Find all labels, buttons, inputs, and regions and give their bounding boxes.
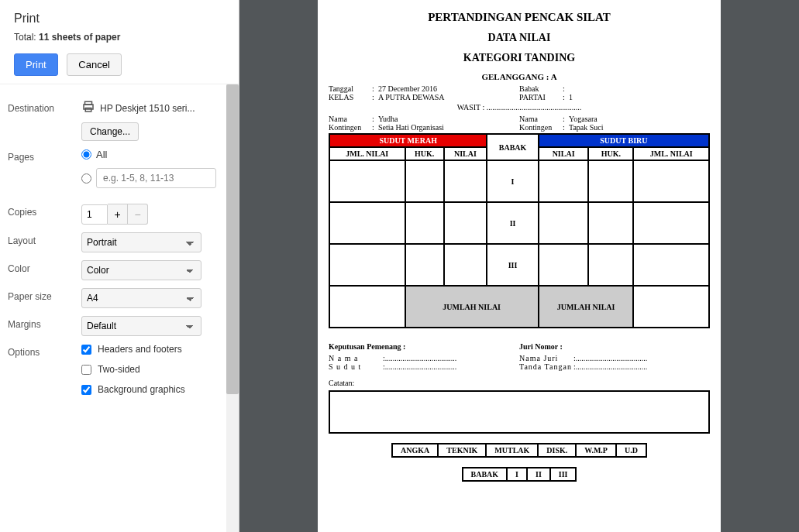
kp-title: Keputusan Pemenang : [329, 342, 519, 351]
res-teknik: TEKNIK [438, 444, 486, 457]
pages-range-input[interactable] [96, 168, 216, 188]
options-row: Options Headers and footers Two-sided Ba… [8, 344, 239, 404]
doc-title3: KATEGORI TANDING [329, 52, 710, 64]
pages-row: Pages All [8, 149, 239, 196]
printer-icon [81, 100, 95, 116]
kont1-v: Setia Hati Organisasi [378, 123, 444, 132]
jn-title: Juri Nomor : [519, 342, 710, 351]
twosided-checkbox[interactable] [81, 365, 91, 375]
round-2: II [329, 202, 709, 244]
col-nilai-l: NILAI [444, 147, 487, 160]
destination-label: Destination [8, 100, 81, 114]
round-1: I [329, 160, 709, 202]
jn-nama: Nama Juri [519, 354, 573, 362]
scrollbar-thumb[interactable] [226, 84, 239, 394]
pages-custom-row [81, 168, 222, 188]
pages-custom-radio[interactable] [81, 173, 91, 184]
layout-row: Layout Portrait [8, 232, 239, 252]
res-babak: BABAK [463, 468, 508, 481]
tanggal-k: Tanggal [329, 84, 372, 93]
nama2-k: Nama [519, 115, 563, 123]
tanggal-v: 27 December 2016 [378, 84, 437, 93]
kp-nama: N a m a [329, 354, 383, 362]
col-huk-l: HUK. [405, 147, 444, 160]
partai-v: 1 [569, 93, 573, 101]
button-row: Print Cancel [14, 53, 225, 76]
hdr-blue: SUDUT BIRU [539, 134, 709, 147]
partai-k: PARTAI [519, 93, 563, 101]
res-disk: DISK. [538, 444, 576, 457]
print-total: Total: 11 sheets of paper [14, 32, 225, 43]
paper-row: Paper size A4 [8, 288, 239, 308]
destination-box: HP Deskjet 1510 seri... [81, 100, 222, 116]
hdr-babak: BABAK [487, 134, 538, 160]
kont2-k: Kontingen [519, 123, 563, 132]
layout-label: Layout [8, 232, 81, 246]
print-title: Print [14, 12, 225, 26]
print-button[interactable]: Print [14, 53, 58, 76]
copies-minus[interactable]: − [128, 204, 148, 225]
layout-select[interactable]: Portrait [81, 232, 201, 252]
nama1-v: Yudha [378, 115, 398, 123]
total-value: 11 sheets of paper [39, 32, 120, 43]
footer-block: Keputusan Pemenang : N a m a:...........… [329, 342, 710, 371]
col-nilai-r: NILAI [539, 147, 589, 160]
res-angka: ANGKA [392, 444, 438, 457]
res-wmp: W.M.P [576, 444, 616, 457]
nama1-k: Nama [329, 115, 372, 123]
print-header: Print Total: 11 sheets of paper Print Ca… [0, 0, 239, 84]
copies-plus[interactable]: + [108, 204, 128, 225]
total-prefix: Total: [14, 32, 39, 43]
jn-tt: Tanda Tangan [519, 362, 573, 371]
pages-all-row: All [81, 149, 222, 160]
pages-label: Pages [8, 149, 81, 163]
options-label: Options [8, 344, 81, 358]
kelas-v: A PUTRA DEWASA [378, 93, 445, 101]
change-destination-button[interactable]: Change... [81, 122, 139, 141]
paper-select[interactable]: A4 [81, 288, 201, 308]
catatan-box [329, 390, 710, 434]
res-ii: II [527, 468, 550, 481]
col-huk-r: HUK. [588, 147, 633, 160]
print-panel: Print Total: 11 sheets of paper Print Ca… [0, 0, 239, 532]
catatan-label: Catatan: [329, 379, 710, 387]
result-table-2: BABAK I II III [462, 467, 577, 482]
res-iii: III [550, 468, 577, 481]
doc-gelanggang: GELANGGANG : A [329, 72, 710, 81]
pages-all-label: All [96, 149, 107, 160]
preview-area[interactable]: PERTANDINGAN PENCAK SILAT DATA NILAI KAT… [239, 0, 799, 532]
res-i: I [507, 468, 527, 481]
copies-input[interactable] [81, 204, 108, 225]
res-ud: U.D [616, 444, 646, 457]
margins-label: Margins [8, 316, 81, 330]
bg-checkbox[interactable] [81, 385, 91, 395]
destination-name: HP Deskjet 1510 seri... [100, 103, 195, 114]
twosided-label: Two-sided [98, 364, 140, 375]
margins-select[interactable]: Default [81, 316, 201, 336]
result-table: ANGKA TEKNIK MUTLAK DISK. W.M.P U.D [391, 443, 647, 458]
paper-label: Paper size [8, 288, 81, 302]
doc-title2: DATA NILAI [329, 32, 710, 44]
doc-title1: PERTANDINGAN PENCAK SILAT [329, 11, 710, 24]
color-row: Color Color [8, 260, 239, 280]
cancel-button[interactable]: Cancel [67, 53, 121, 76]
scrollbar-track[interactable] [226, 84, 239, 532]
copies-row: Copies + − [8, 204, 239, 225]
babak-k: Babak [519, 84, 563, 93]
headers-checkbox[interactable] [81, 345, 91, 355]
col-jml-l: JML. NILAI [329, 147, 405, 160]
res-mutlak: MUTLAK [486, 444, 538, 457]
headers-label: Headers and footers [98, 344, 182, 355]
info-grid: Tanggal:27 December 2016 KELAS:A PUTRA D… [329, 84, 710, 101]
margins-row: Margins Default [8, 316, 239, 336]
names-grid: Nama:Yudha Kontingen:Setia Hati Organisa… [329, 115, 710, 132]
pages-all-radio[interactable] [81, 149, 91, 160]
color-select[interactable]: Color [81, 260, 201, 280]
destination-row: Destination HP Deskjet 1510 seri... Chan… [8, 100, 239, 141]
copies-label: Copies [8, 204, 81, 218]
print-options-body: Destination HP Deskjet 1510 seri... Chan… [0, 84, 239, 532]
kont1-k: Kontingen [329, 123, 372, 132]
total-row: JUMLAH NILAIJUMLAH NILAI [329, 286, 709, 328]
hdr-red: SUDUT MERAH [329, 134, 487, 147]
nama2-v: Yogasara [569, 115, 598, 123]
